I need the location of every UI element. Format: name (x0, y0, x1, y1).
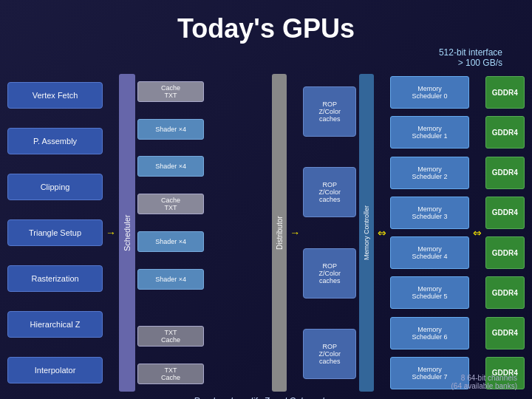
rop-block-3: ROPZ/Colorcaches (303, 248, 356, 299)
txt-cache-1: TXTCache (137, 326, 204, 347)
gddr-1: GDDR4 (485, 116, 525, 149)
memory-controller-bar: Memory Controller (359, 74, 374, 392)
shader-x4-2: Shader ×4 (137, 156, 204, 177)
mem-sched-6: MemoryScheduler 6 (390, 317, 468, 349)
cache-txt-2: CacheTXT (137, 194, 204, 214)
mem-sched-1: MemoryScheduler 1 (390, 116, 468, 149)
gddr-6: GDDR4 (485, 317, 525, 349)
mem-sched-4: MemoryScheduler 4 (390, 236, 468, 269)
cache-txt-1: CacheTXT (137, 81, 204, 102)
shader-x4-1: Shader ×4 (137, 119, 204, 140)
sched-to-gddr-arrow: ⇔ (473, 74, 482, 392)
main-content: Vertex Fetch P. Assembly Clipping Triang… (7, 74, 525, 392)
distributor-bar: Distributor (272, 74, 287, 392)
gddr-2: GDDR4 (485, 157, 525, 189)
dist-to-rop-arrow: → (290, 74, 299, 392)
gddr-3: GDDR4 (485, 197, 525, 229)
memory-controller-column: Memory Controller (359, 74, 374, 392)
mem-sched-5: MemoryScheduler 5 (390, 276, 468, 309)
bottom-note: Read-and-modify Z and Color values (7, 396, 525, 399)
shader-x4-4: Shader ×4 (137, 269, 204, 290)
gddr-4: GDDR4 (485, 236, 525, 269)
pipeline-clipping: Clipping (7, 174, 103, 200)
pipeline-rasterization: Rasterization (7, 265, 103, 292)
footer-note: 8 64-bit channels(64 available banks) (451, 374, 518, 390)
pipeline-interpolator: Interpolator (7, 357, 103, 383)
pipeline-column: Vertex Fetch P. Assembly Clipping Triang… (7, 74, 103, 392)
slide: Today's GPUs 512-bit interface> 100 GB/s… (0, 0, 532, 399)
pipeline-p-assembly: P. Assembly (7, 128, 103, 154)
mem-sched-0: MemoryScheduler 0 (390, 76, 468, 109)
rop-block-1: ROPZ/Colorcaches (303, 86, 356, 137)
scheduler-bar: Scheduler (119, 74, 135, 392)
mem-sched-3: MemoryScheduler 3 (390, 197, 468, 229)
middle-section: Scheduler CacheTXT Shader ×4 Shader ×4 C… (119, 74, 269, 392)
mem-sched-2: MemoryScheduler 2 (390, 157, 468, 189)
subtitle: 512-bit interface> 100 GB/s (7, 47, 525, 68)
shader-x4-3: Shader ×4 (137, 231, 204, 252)
memory-scheduler-column: MemoryScheduler 0 MemoryScheduler 1 Memo… (390, 74, 468, 392)
rop-block-4: ROPZ/Colorcaches (303, 329, 356, 379)
pipeline-vertex-fetch: Vertex Fetch (7, 82, 103, 109)
rop-block-2: ROPZ/Colorcaches (303, 167, 356, 217)
rop-column: ROPZ/Colorcaches ROPZ/Colorcaches ROPZ/C… (303, 74, 356, 392)
distributor-column: Distributor (272, 74, 287, 392)
pipeline-hierarchical-z: Hierarchical Z (7, 311, 103, 338)
page-title: Today's GPUs (7, 7, 525, 44)
txt-cache-2: TXTCache (137, 364, 204, 384)
pipeline-to-middle-arrow: → (106, 74, 115, 392)
gddr-column: GDDR4 GDDR4 GDDR4 GDDR4 GDDR4 GDDR4 GDDR… (485, 74, 525, 392)
cache-shader-col-1: CacheTXT Shader ×4 Shader ×4 CacheTXT Sh… (137, 74, 204, 392)
gddr-0: GDDR4 (485, 76, 525, 109)
ctrl-to-sched-arrow: ⇔ (378, 74, 386, 392)
pipeline-triangle-setup: Triangle Setup (7, 219, 103, 246)
gddr-5: GDDR4 (485, 276, 525, 309)
